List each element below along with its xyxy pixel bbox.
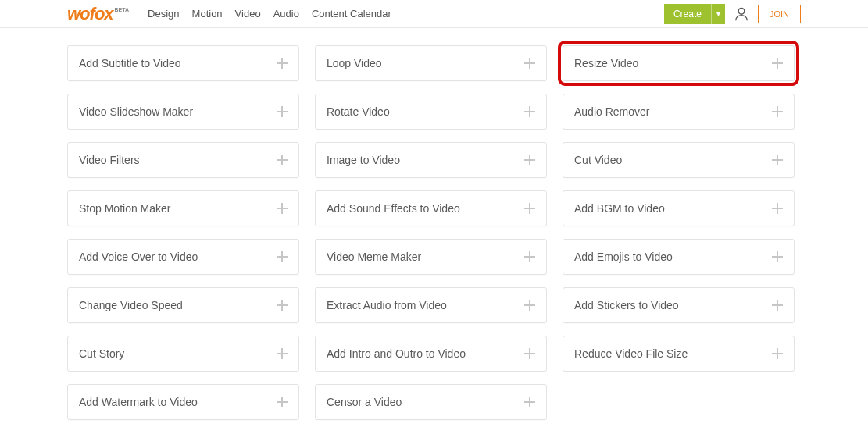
tool-label: Loop Video <box>327 57 382 69</box>
tool-add-bgm-to-video[interactable]: Add BGM to Video <box>563 190 795 226</box>
logo-part1: wo <box>67 4 90 24</box>
plus-icon <box>524 300 535 311</box>
main-nav: Design Motion Video Audio Content Calend… <box>148 8 391 20</box>
plus-icon <box>524 106 535 117</box>
plus-icon <box>277 348 288 359</box>
tool-label: Image to Video <box>327 154 400 166</box>
header: wo fox BETA Design Motion Video Audio Co… <box>0 0 868 28</box>
nav-video[interactable]: Video <box>235 8 261 20</box>
tool-add-intro-and-outro-to-video[interactable]: Add Intro and Outro to Video <box>315 336 547 372</box>
tool-label: Cut Video <box>574 154 622 166</box>
plus-icon <box>524 58 535 69</box>
plus-icon <box>772 348 783 359</box>
tool-censor-a-video[interactable]: Censor a Video <box>315 384 547 420</box>
tool-video-slideshow-maker[interactable]: Video Slideshow Maker <box>67 94 299 130</box>
join-button[interactable]: JOIN <box>758 5 801 23</box>
tool-label: Add Sound Effects to Video <box>327 202 460 215</box>
tool-change-video-speed[interactable]: Change Video Speed <box>67 287 299 323</box>
create-button-group: Create ▾ <box>664 4 725 24</box>
logo-part2: fox <box>90 4 113 24</box>
tool-label: Audio Remover <box>574 105 650 118</box>
plus-icon <box>772 58 783 69</box>
nav-audio[interactable]: Audio <box>273 8 299 20</box>
tool-image-to-video[interactable]: Image to Video <box>315 142 547 178</box>
tool-add-voice-over-to-video[interactable]: Add Voice Over to Video <box>67 239 299 275</box>
tool-audio-remover[interactable]: Audio Remover <box>563 94 795 130</box>
tool-add-watermark-to-video[interactable]: Add Watermark to Video <box>67 384 299 420</box>
tool-reduce-video-file-size[interactable]: Reduce Video File Size <box>563 336 795 372</box>
tool-add-emojis-to-video[interactable]: Add Emojis to Video <box>563 239 795 275</box>
chevron-down-icon: ▾ <box>716 9 720 18</box>
tool-resize-video[interactable]: Resize Video <box>563 45 795 81</box>
plus-icon <box>524 348 535 359</box>
tool-video-filters[interactable]: Video Filters <box>67 142 299 178</box>
plus-icon <box>772 251 783 262</box>
svg-point-0 <box>738 8 745 14</box>
tool-extract-audio-from-video[interactable]: Extract Audio from Video <box>315 287 547 323</box>
plus-icon <box>277 203 288 214</box>
create-dropdown[interactable]: ▾ <box>711 4 725 24</box>
tool-add-stickers-to-video[interactable]: Add Stickers to Video <box>563 287 795 323</box>
tool-label: Extract Audio from Video <box>327 299 447 311</box>
tool-cut-video[interactable]: Cut Video <box>563 142 795 178</box>
tool-label: Video Filters <box>79 154 140 166</box>
plus-icon <box>524 203 535 214</box>
tool-grid: Add Subtitle to Video Loop Video Resize … <box>0 28 868 427</box>
tool-label: Add Subtitle to Video <box>79 57 181 69</box>
plus-icon <box>277 397 288 407</box>
plus-icon <box>277 251 288 262</box>
tool-stop-motion-maker[interactable]: Stop Motion Maker <box>67 190 299 226</box>
tool-label: Reduce Video File Size <box>574 347 688 360</box>
tool-label: Video Slideshow Maker <box>79 105 193 118</box>
plus-icon <box>772 203 783 214</box>
user-icon[interactable] <box>733 5 750 23</box>
tool-rotate-video[interactable]: Rotate Video <box>315 94 547 130</box>
plus-icon <box>772 106 783 117</box>
tool-label: Video Meme Maker <box>327 251 421 263</box>
tool-add-sound-effects-to-video[interactable]: Add Sound Effects to Video <box>315 190 547 226</box>
tool-video-meme-maker[interactable]: Video Meme Maker <box>315 239 547 275</box>
nav-motion[interactable]: Motion <box>192 8 223 20</box>
tool-label: Add Emojis to Video <box>574 251 673 263</box>
plus-icon <box>277 155 288 165</box>
plus-icon <box>772 300 783 311</box>
tool-label: Add Stickers to Video <box>574 299 679 311</box>
tool-label: Resize Video <box>574 57 638 69</box>
tool-label: Change Video Speed <box>79 299 183 311</box>
logo[interactable]: wo fox BETA <box>67 4 129 24</box>
tool-label: Add Voice Over to Video <box>79 251 198 263</box>
plus-icon <box>524 155 535 165</box>
header-actions: Create ▾ JOIN <box>664 4 801 24</box>
plus-icon <box>277 106 288 117</box>
tool-label: Add Watermark to Video <box>79 396 198 408</box>
plus-icon <box>277 300 288 311</box>
tool-label: Censor a Video <box>327 396 402 408</box>
plus-icon <box>277 58 288 69</box>
nav-design[interactable]: Design <box>148 8 179 20</box>
tool-label: Rotate Video <box>327 105 390 118</box>
tool-label: Cut Story <box>79 347 124 360</box>
plus-icon <box>772 155 783 165</box>
logo-beta: BETA <box>115 7 130 12</box>
tool-label: Add Intro and Outro to Video <box>327 347 466 360</box>
tool-label: Stop Motion Maker <box>79 202 171 215</box>
tool-label: Add BGM to Video <box>574 202 665 215</box>
tool-add-subtitle-to-video[interactable]: Add Subtitle to Video <box>67 45 299 81</box>
create-button[interactable]: Create <box>664 4 711 24</box>
tool-loop-video[interactable]: Loop Video <box>315 45 547 81</box>
plus-icon <box>524 397 535 407</box>
nav-content-calendar[interactable]: Content Calendar <box>312 8 391 20</box>
plus-icon <box>524 251 535 262</box>
tool-cut-story[interactable]: Cut Story <box>67 336 299 372</box>
